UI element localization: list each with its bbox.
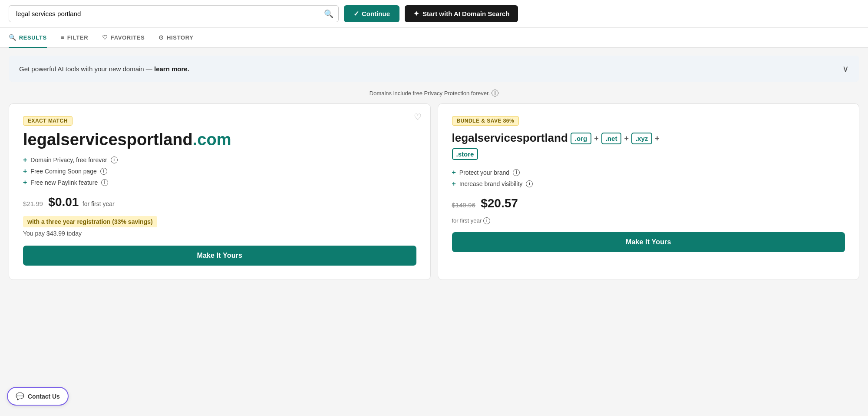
bundle-price-section: $149.96 $20.57 (452, 196, 845, 210)
price-old: $21.99 (23, 200, 43, 207)
bundle-badge: BUNDLE & SAVE 86% (452, 116, 519, 126)
tld-badge-org: .org (571, 133, 591, 144)
tld-badge-xyz: .xyz (631, 133, 652, 144)
search-input[interactable] (9, 5, 339, 22)
plus-sign-1: + (594, 134, 599, 143)
banner-chevron-icon[interactable]: ∨ (842, 63, 849, 74)
favorites-icon: ♡ (102, 34, 108, 41)
feature-text-3: Free new Paylink feature (30, 179, 98, 186)
privacy-text: Domains include free Privacy Protection … (370, 90, 490, 97)
exact-match-badge: EXACT MATCH (23, 116, 73, 126)
feature-text-1: Domain Privacy, free forever (30, 156, 107, 163)
left-make-yours-button[interactable]: Make It Yours (23, 246, 416, 266)
contact-us-label: Contact Us (28, 393, 60, 400)
feature-info-icon-1[interactable]: i (111, 156, 118, 163)
feature-info-icon-2[interactable]: i (100, 168, 107, 175)
promo-banner: Get powerful AI tools with your new doma… (9, 56, 859, 82)
domain-tld: .com (193, 130, 231, 149)
bundle-price-note: for first year i (452, 217, 845, 224)
learn-more-link[interactable]: learn more. (154, 65, 189, 73)
ai-search-label: Start with AI Domain Search (422, 10, 509, 17)
price-period: for first year (83, 200, 115, 207)
top-bar: 🔍 ✓ Continue ✦ Start with AI Domain Sear… (0, 0, 868, 28)
bundle-feature-list: + Protect your brand i + Increase brand … (452, 169, 845, 188)
results-icon: 🔍 (9, 34, 17, 41)
feature-text-2: Free Coming Soon page (30, 168, 97, 175)
search-button[interactable]: 🔍 (324, 9, 333, 19)
banner-text: Get powerful AI tools with your new doma… (19, 65, 189, 73)
plus-icon-1: + (23, 156, 27, 164)
bundle-feature-text-1: Protect your brand (459, 169, 509, 176)
search-wrapper: 🔍 (9, 5, 339, 22)
tab-history-label: HISTORY (167, 34, 194, 41)
bundle-plus-icon-2: + (452, 180, 456, 188)
search-icon: 🔍 (324, 10, 333, 18)
tab-filter[interactable]: ≡ FILTER (61, 28, 88, 48)
plus-icon-3: + (23, 179, 27, 186)
exact-match-card: ♡ EXACT MATCH legalservicesportland.com … (9, 103, 431, 280)
ai-search-button[interactable]: ✦ Start with AI Domain Search (405, 5, 518, 22)
continue-button[interactable]: ✓ Continue (344, 5, 399, 22)
nav-tabs: 🔍 RESULTS ≡ FILTER ♡ FAVORITES ⊙ HISTORY (0, 28, 868, 48)
bundle-price-new: $20.57 (481, 196, 518, 210)
check-icon: ✓ (353, 10, 359, 18)
bundle-domain-base: legalservicesportland (452, 131, 568, 146)
favorite-icon[interactable]: ♡ (414, 112, 422, 122)
continue-label: Continue (362, 10, 390, 17)
feature-item-1: + Domain Privacy, free forever i (23, 156, 416, 164)
plus-sign-3: + (655, 134, 660, 143)
bundle-price-old: $149.96 (452, 201, 475, 209)
price-new: $0.01 (48, 195, 79, 209)
feature-list: + Domain Privacy, free forever i + Free … (23, 156, 416, 186)
right-make-yours-button[interactable]: Make It Yours (452, 232, 845, 252)
bundle-tlds: .org + .net + .xyz + (571, 133, 660, 144)
tab-results-label: RESULTS (19, 34, 47, 41)
privacy-line: Domains include free Privacy Protection … (9, 90, 859, 97)
plus-icon-2: + (23, 167, 27, 175)
chat-icon: 💬 (16, 392, 24, 400)
tab-favorites-label: FAVORITES (111, 34, 145, 41)
privacy-info-icon[interactable]: i (492, 90, 498, 97)
bundle-feature-item-2: + Increase brand visibility i (452, 180, 845, 188)
bundle-price-info-icon[interactable]: i (483, 217, 490, 224)
filter-icon: ≡ (61, 34, 65, 41)
tld-badge-net: .net (601, 133, 622, 144)
tab-results[interactable]: 🔍 RESULTS (9, 28, 47, 48)
domain-name-large: legalservicesportland.com (23, 131, 416, 149)
tab-history[interactable]: ⊙ HISTORY (158, 28, 193, 48)
savings-highlight: with a three year registration (33% savi… (23, 216, 157, 227)
ai-icon: ✦ (413, 10, 419, 18)
feature-item-3: + Free new Paylink feature i (23, 179, 416, 186)
plus-sign-2: + (624, 134, 629, 143)
domain-base: legalservicesportland (23, 130, 193, 149)
history-icon: ⊙ (158, 34, 164, 41)
bundle-info-icon-2[interactable]: i (526, 180, 533, 187)
tab-filter-label: FILTER (67, 34, 88, 41)
banner-main-text: Get powerful AI tools with your new doma… (19, 65, 152, 73)
cards-container: ♡ EXACT MATCH legalservicesportland.com … (0, 103, 868, 289)
bundle-feature-item-1: + Protect your brand i (452, 169, 845, 176)
you-pay-text: You pay $43.99 today (23, 230, 416, 237)
bundle-feature-text-2: Increase brand visibility (459, 180, 523, 187)
feature-info-icon-3[interactable]: i (101, 179, 108, 186)
bundle-price-period: for first year (452, 217, 482, 224)
bundle-domain: legalservicesportland .org + .net + .xyz… (452, 131, 845, 160)
contact-us-button[interactable]: 💬 Contact Us (7, 387, 69, 406)
tab-favorites[interactable]: ♡ FAVORITES (102, 28, 145, 48)
bundle-plus-icon-1: + (452, 169, 456, 176)
bundle-info-icon-1[interactable]: i (513, 169, 520, 176)
price-section: $21.99 $0.01 for first year (23, 195, 416, 209)
feature-item-2: + Free Coming Soon page i (23, 167, 416, 175)
tld-badge-store: .store (452, 148, 479, 160)
bundle-card: BUNDLE & SAVE 86% legalservicesportland … (438, 103, 860, 280)
